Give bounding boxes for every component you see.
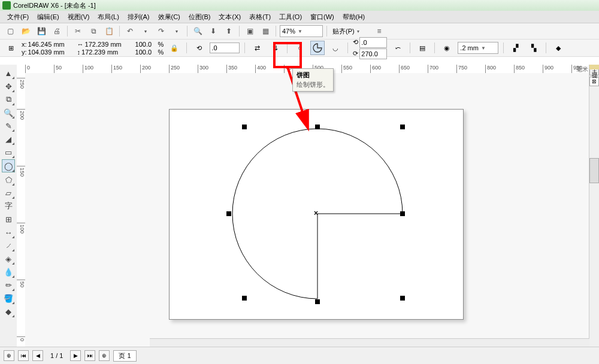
pie-icon[interactable] xyxy=(310,41,325,55)
prev-page-icon[interactable]: ◀ xyxy=(32,350,43,361)
options-icon[interactable]: ≡ xyxy=(373,25,386,38)
ellipse-icon[interactable]: ○ xyxy=(292,41,307,55)
redo-dropdown-icon[interactable]: ▾ xyxy=(170,25,183,38)
next-page-icon[interactable]: ▶ xyxy=(70,350,81,361)
menu-table[interactable]: 表格(T) xyxy=(246,11,274,23)
new-icon[interactable]: ▢ xyxy=(4,25,17,38)
menu-tools[interactable]: 工具(O) xyxy=(276,11,305,23)
connector-tool-icon[interactable]: ⟋ xyxy=(2,239,14,251)
to-back-icon[interactable]: ▚ xyxy=(527,41,541,55)
snap-dropdown[interactable]: 贴齐(P)▾ xyxy=(331,26,370,37)
pick-tool-icon[interactable]: ▲ xyxy=(2,67,14,79)
first-page-icon[interactable]: ⏮ xyxy=(18,350,29,361)
polygon-tool-icon[interactable]: ⬠ xyxy=(2,174,14,186)
arc-icon[interactable]: ◡ xyxy=(328,41,343,55)
direction-icon[interactable]: ⤺ xyxy=(391,41,405,55)
zoom-combo[interactable]: 47%▼ xyxy=(280,25,323,37)
menu-arrange[interactable]: 排列(A) xyxy=(124,11,153,23)
to-front-icon[interactable]: ▞ xyxy=(509,41,523,55)
paste-icon[interactable]: 📋 xyxy=(102,25,116,38)
end-angle-input[interactable] xyxy=(359,48,387,59)
save-icon[interactable]: 💾 xyxy=(35,25,48,38)
shape-tool-icon[interactable]: ✥ xyxy=(2,80,14,92)
lock-ratio-icon[interactable]: 🔒 xyxy=(167,41,181,55)
interactive-tool-icon[interactable]: ◈ xyxy=(2,253,14,265)
open-icon[interactable]: 📂 xyxy=(19,25,32,38)
selection-handle[interactable] xyxy=(400,125,405,129)
height-value[interactable]: 172.239 mm xyxy=(81,48,125,56)
fill-tool-icon[interactable]: 🪣 xyxy=(2,292,14,304)
text-tool-icon[interactable]: 字 xyxy=(2,200,14,212)
width-value[interactable]: 172.239 mm xyxy=(85,41,128,48)
dimension-tool-icon[interactable]: ↔ xyxy=(2,226,14,238)
ellipse-tool-icon[interactable]: ◯ xyxy=(2,159,15,172)
import-icon[interactable]: ⬇ xyxy=(207,25,220,38)
selection-handle[interactable] xyxy=(242,125,247,129)
copy-icon[interactable]: ⧉ xyxy=(87,25,100,38)
menu-file[interactable]: 文件(F) xyxy=(4,11,32,23)
menu-help[interactable]: 帮助(H) xyxy=(339,11,368,23)
menu-view[interactable]: 视图(V) xyxy=(64,11,93,23)
rectangle-tool-icon[interactable]: ▭ xyxy=(2,146,14,158)
crop-tool-icon[interactable]: ⧉ xyxy=(2,93,14,105)
add-page-icon[interactable]: ⊕ xyxy=(4,350,14,361)
tooltip: 饼图 绘制饼形。 xyxy=(292,68,334,92)
menu-edit[interactable]: 编辑(E) xyxy=(34,11,63,23)
palette-swatch[interactable]: ⊠ xyxy=(589,77,599,86)
page-tab[interactable]: 页 1 xyxy=(113,350,136,362)
eyedropper-tool-icon[interactable]: 💧 xyxy=(2,266,14,278)
menu-effects[interactable]: 效果(C) xyxy=(155,11,184,23)
outline-width-combo[interactable]: .2 mm▼ xyxy=(458,42,498,54)
rotate-icon: ⟲ xyxy=(192,41,206,55)
export-icon[interactable]: ⬆ xyxy=(222,25,235,38)
selection-handle[interactable] xyxy=(242,296,247,301)
add-page-after-icon[interactable]: ⊕ xyxy=(99,350,110,361)
drawing-canvas[interactable]: × xyxy=(25,73,589,347)
outline-tool-icon[interactable]: ✏ xyxy=(2,279,14,291)
publish-icon[interactable]: ▣ xyxy=(243,25,256,38)
scrollbar-horizontal[interactable] xyxy=(150,338,589,347)
wrap-text-icon[interactable]: ▤ xyxy=(415,41,429,55)
undo-dropdown-icon[interactable]: ▾ xyxy=(139,25,152,38)
mirror-h-icon[interactable]: ⇄ xyxy=(250,41,264,55)
selection-handle[interactable] xyxy=(400,211,405,216)
basic-shapes-tool-icon[interactable]: ▱ xyxy=(2,187,14,199)
property-bar: ⊞ x:146.245 mm y:104.039 mm ↔172.239 mm … xyxy=(0,40,599,57)
cut-icon[interactable]: ✂ xyxy=(71,25,84,38)
scale-x-value[interactable]: 100.0 xyxy=(135,41,157,48)
freehand-tool-icon[interactable]: ✎ xyxy=(2,120,14,132)
rotation-input[interactable] xyxy=(210,43,240,53)
y-value[interactable]: 104.039 mm xyxy=(28,48,71,56)
interactive-fill-tool-icon[interactable]: ◆ xyxy=(2,305,14,317)
selection-handle[interactable] xyxy=(226,211,231,216)
selection-handle[interactable] xyxy=(315,125,320,129)
app-launcher-icon[interactable]: ▦ xyxy=(259,25,272,38)
convert-curves-icon[interactable]: ◆ xyxy=(551,41,565,55)
palette-scrollbar[interactable] xyxy=(589,158,599,183)
undo-icon[interactable]: ↶ xyxy=(123,25,137,38)
menu-text[interactable]: 文本(X) xyxy=(215,11,244,23)
menu-layout[interactable]: 布局(L) xyxy=(94,11,122,23)
selection-handle[interactable] xyxy=(400,296,405,301)
zoom-tool-icon[interactable]: 🔍 xyxy=(2,107,14,119)
hint-docker-tab[interactable]: 提 xyxy=(589,65,599,69)
x-label: x: xyxy=(22,41,27,48)
last-page-icon[interactable]: ⏭ xyxy=(84,350,95,361)
unit-label: 毫米 xyxy=(576,65,588,74)
smart-fill-tool-icon[interactable]: ◢ xyxy=(2,133,14,145)
pie-shape[interactable] xyxy=(25,73,588,347)
menu-window[interactable]: 窗口(W) xyxy=(307,11,338,23)
print-icon[interactable]: 🖨 xyxy=(50,25,63,38)
origin-icon[interactable]: ⊞ xyxy=(4,41,18,55)
menu-bitmap[interactable]: 位图(B) xyxy=(185,11,214,23)
center-marker[interactable]: × xyxy=(314,209,318,217)
mirror-v-icon[interactable]: ⇅ xyxy=(268,41,282,55)
table-tool-icon[interactable]: ⊞ xyxy=(2,213,14,225)
selection-handle[interactable] xyxy=(315,299,320,304)
start-angle-input[interactable] xyxy=(359,37,387,48)
x-value[interactable]: 146.245 mm xyxy=(28,41,71,48)
tooltip-title: 饼图 xyxy=(297,71,329,80)
search-icon[interactable]: 🔍 xyxy=(191,25,204,38)
scale-y-value[interactable]: 100.0 xyxy=(135,48,157,56)
redo-icon[interactable]: ↷ xyxy=(155,25,168,38)
